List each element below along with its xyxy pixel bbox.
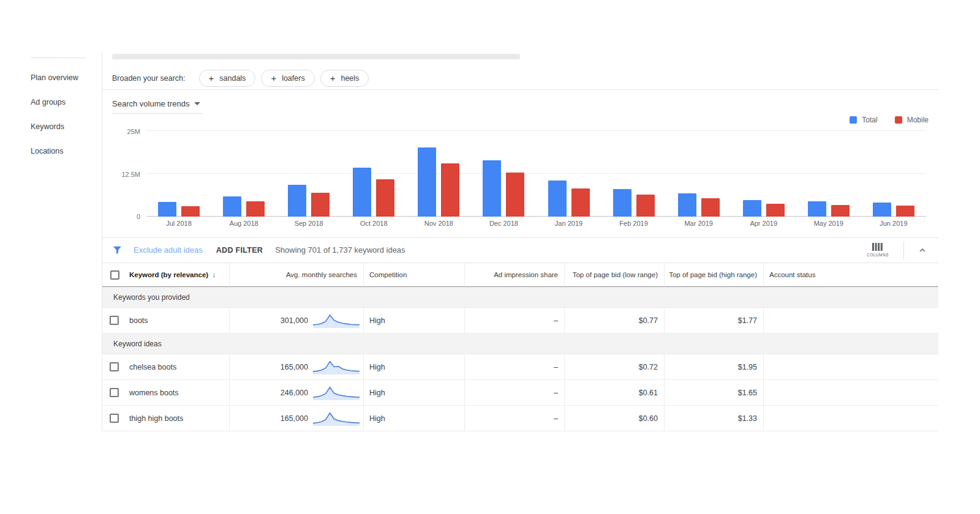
columns-button[interactable]: COLUMNS bbox=[863, 242, 892, 258]
x-axis-label: Dec 2018 bbox=[489, 217, 518, 230]
main-content: Broaden your search: + sandals + loafers… bbox=[102, 51, 938, 431]
chart-bar-total bbox=[548, 181, 567, 217]
cell-account-status bbox=[763, 354, 938, 380]
row-checkbox-cell bbox=[102, 354, 129, 380]
chart-bar-total bbox=[353, 168, 371, 217]
x-axis-label: Mar 2019 bbox=[684, 217, 712, 230]
avg-searches-value: 301,000 bbox=[230, 316, 308, 325]
bar-pair bbox=[158, 202, 200, 217]
bar-group: Jan 2019 bbox=[548, 131, 590, 217]
x-axis-label: Jun 2019 bbox=[880, 217, 907, 230]
horizontal-scrollbar[interactable] bbox=[112, 54, 520, 59]
row-checkbox[interactable] bbox=[110, 388, 119, 397]
cell-keyword[interactable]: womens boots bbox=[129, 380, 229, 406]
y-axis-tick: 25M bbox=[112, 128, 140, 135]
chart-bar-mobile bbox=[246, 201, 265, 217]
x-axis-label: Aug 2018 bbox=[230, 217, 258, 230]
cell-top-bid-low: $0.60 bbox=[564, 406, 664, 431]
cell-top-bid-high: $1.33 bbox=[664, 406, 763, 431]
header-top-bid-high[interactable]: Top of page bid (high range) bbox=[664, 263, 763, 287]
bar-chart: 25M 12.5M 0 Jul 2018Aug 2018Sep 2018Oct … bbox=[112, 126, 929, 230]
legend-label: Mobile bbox=[907, 116, 929, 124]
cell-avg-monthly-searches: 165,000 bbox=[229, 354, 363, 380]
bar-pair bbox=[353, 168, 394, 217]
chart-bar-total bbox=[288, 185, 306, 217]
chart-legend: Total Mobile bbox=[112, 115, 929, 125]
x-axis-label: Jan 2019 bbox=[555, 217, 582, 230]
header-ad-impression-share[interactable]: Ad impression share bbox=[464, 263, 564, 287]
x-axis-label: Sep 2018 bbox=[295, 217, 323, 230]
columns-caption: COLUMNS bbox=[867, 253, 889, 257]
keyword-sort-header[interactable]: Keyword (by relevance) ↓ bbox=[129, 270, 216, 279]
sidebar-item-ad-groups[interactable]: Ad groups bbox=[22, 90, 102, 114]
chart-bar-mobile bbox=[181, 206, 200, 217]
chip-add-sandals[interactable]: + sandals bbox=[199, 70, 256, 87]
row-checkbox[interactable] bbox=[110, 414, 119, 423]
sort-descending-icon: ↓ bbox=[212, 270, 216, 279]
sidebar-item-plan-overview[interactable]: Plan overview bbox=[22, 65, 102, 90]
x-axis-label: Feb 2019 bbox=[619, 217, 647, 230]
x-axis-label: Nov 2018 bbox=[424, 217, 453, 230]
bar-pair bbox=[418, 147, 459, 217]
cell-keyword[interactable]: boots bbox=[129, 308, 229, 333]
plus-icon: + bbox=[330, 73, 336, 83]
cell-top-bid-low: $0.72 bbox=[564, 354, 664, 380]
cell-ad-impression-share: – bbox=[464, 406, 564, 431]
bar-group: May 2019 bbox=[808, 131, 850, 217]
legend-item-mobile: Mobile bbox=[895, 116, 929, 124]
cell-account-status bbox=[763, 308, 938, 333]
bar-pair bbox=[548, 181, 590, 217]
chart-bar-total bbox=[483, 160, 501, 217]
cell-top-bid-high: $1.77 bbox=[664, 308, 763, 333]
header-competition[interactable]: Competition bbox=[363, 263, 464, 287]
bar-pair bbox=[223, 196, 265, 217]
cell-keyword[interactable]: chelsea boots bbox=[129, 354, 229, 380]
chart-bar-mobile bbox=[701, 198, 720, 217]
table-section-header: Keywords you provided bbox=[102, 287, 938, 308]
exclude-adult-ideas-link[interactable]: Exclude adult ideas bbox=[134, 245, 203, 255]
bar-group: Nov 2018 bbox=[418, 131, 459, 217]
chart-bar-total bbox=[613, 189, 631, 217]
total-legend-swatch bbox=[850, 116, 857, 124]
sidebar-item-keywords[interactable]: Keywords bbox=[22, 114, 102, 139]
avg-searches-value: 165,000 bbox=[230, 414, 308, 423]
toolbar-divider bbox=[903, 241, 904, 259]
chart-type-dropdown[interactable]: Search volume trends bbox=[112, 99, 200, 108]
bar-pair bbox=[483, 160, 524, 217]
header-account-status[interactable]: Account status bbox=[763, 263, 938, 287]
bar-group: Sep 2018 bbox=[288, 131, 330, 217]
y-axis-tick: 0 bbox=[112, 213, 140, 220]
bar-groups: Jul 2018Aug 2018Sep 2018Oct 2018Nov 2018… bbox=[146, 131, 926, 217]
bar-pair bbox=[288, 185, 330, 217]
bar-pair bbox=[808, 201, 850, 217]
chart-bar-total bbox=[158, 202, 176, 217]
cell-keyword[interactable]: thigh high boots bbox=[129, 406, 229, 431]
cell-competition: High bbox=[363, 406, 464, 431]
chip-add-loafers[interactable]: + loafers bbox=[261, 70, 314, 87]
header-top-bid-low[interactable]: Top of page bid (low range) bbox=[564, 263, 664, 287]
cell-competition: High bbox=[363, 308, 464, 333]
y-axis-tick: 12.5M bbox=[112, 171, 140, 178]
columns-icon bbox=[872, 243, 883, 251]
cell-avg-monthly-searches: 246,000 bbox=[229, 380, 363, 406]
chip-add-heels[interactable]: + heels bbox=[320, 70, 369, 87]
filter-toolbar-right: COLUMNS bbox=[863, 241, 930, 259]
filter-funnel-icon[interactable] bbox=[112, 245, 123, 255]
sidebar-item-locations[interactable]: Locations bbox=[22, 139, 102, 163]
cell-ad-impression-share: – bbox=[464, 380, 564, 406]
broaden-search-row: Broaden your search: + sandals + loafers… bbox=[102, 67, 938, 89]
chart-bar-total bbox=[743, 200, 761, 217]
select-all-checkbox[interactable] bbox=[110, 270, 119, 280]
chart-bar-mobile bbox=[766, 204, 785, 217]
chart-title-underline bbox=[112, 113, 203, 114]
add-filter-button[interactable]: ADD FILTER bbox=[216, 246, 263, 255]
cell-competition: High bbox=[363, 380, 464, 406]
row-checkbox[interactable] bbox=[110, 316, 119, 325]
chart-bar-total bbox=[223, 196, 241, 217]
legend-label: Total bbox=[862, 116, 877, 124]
collapse-chevron-up-icon[interactable] bbox=[915, 243, 930, 258]
chart-bar-total bbox=[873, 203, 891, 217]
row-checkbox[interactable] bbox=[110, 362, 119, 371]
header-avg-monthly-searches[interactable]: Avg. monthly searches bbox=[229, 263, 363, 287]
bar-pair bbox=[743, 200, 785, 217]
